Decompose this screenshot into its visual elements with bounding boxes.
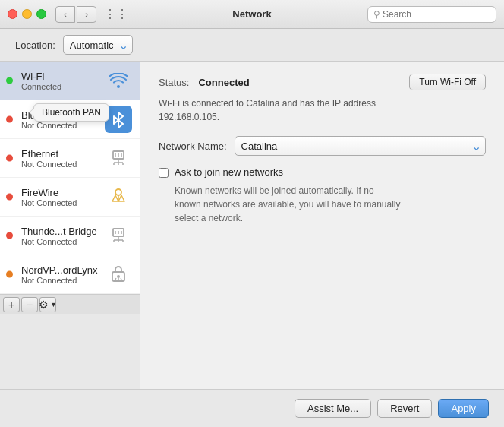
title-bar: ‹ › ⋮⋮ Network ⚲ — [0, 0, 504, 29]
network-name-label: Network Name: — [159, 141, 227, 152]
revert-button[interactable]: Revert — [377, 399, 432, 418]
sidebar-item-bluetooth[interactable]: Bluetooth PAN Not Connected Bluetooth PA… — [0, 100, 140, 139]
ethernet-icon — [105, 144, 132, 172]
search-box[interactable]: ⚲ — [367, 6, 496, 23]
bluetooth-tooltip: Bluetooth PAN — [33, 103, 109, 122]
sidebar-item-wifi-status: Connected — [21, 82, 99, 91]
sidebar-item-thunderbolt-name: Thunde...t Bridge — [21, 226, 99, 237]
location-select[interactable]: Automatic — [63, 35, 133, 55]
network-name-row: Network Name: Catalina ⌄ — [159, 136, 486, 156]
sidebar-item-wifi[interactable]: Wi-Fi Connected — [0, 62, 140, 100]
svg-point-9 — [115, 189, 121, 195]
sidebar-item-wifi-name: Wi-Fi — [21, 71, 99, 82]
network-name-select[interactable]: Catalina — [235, 136, 486, 156]
ask-to-join-label[interactable]: Ask to join new networks — [175, 166, 283, 178]
traffic-lights — [8, 9, 46, 19]
gear-chevron-icon: ▼ — [50, 301, 57, 308]
sidebar-item-nordvpn-status: Not Connected — [21, 276, 99, 285]
status-dot-thunderbolt — [6, 232, 13, 239]
status-description: Wi-Fi is connected to Catalina and has t… — [159, 96, 417, 124]
detail-panel: Status: Connected Turn Wi-Fi Off Wi-Fi i… — [140, 62, 504, 425]
sidebar-item-ethernet-name: Ethernet — [21, 148, 99, 160]
location-label: Location: — [15, 40, 55, 51]
window-title: Network — [232, 8, 271, 20]
status-value: Connected — [198, 77, 249, 88]
status-dot-firewire — [6, 194, 13, 201]
ask-to-join-description: Known networks will be joined automatica… — [175, 184, 402, 225]
sidebar-item-thunderbolt-status: Not Connected — [21, 237, 99, 246]
svg-point-21 — [117, 275, 120, 278]
vpn-icon — [105, 261, 132, 288]
network-select-wrapper: Catalina ⌄ — [235, 136, 486, 156]
maximize-button[interactable] — [36, 9, 46, 19]
minimize-button[interactable] — [22, 9, 32, 19]
firewire-icon — [105, 183, 132, 210]
sidebar-item-thunderbolt[interactable]: Thunde...t Bridge Not Connected — [0, 217, 140, 255]
sidebar-item-firewire[interactable]: FireWire Not Connected — [0, 178, 140, 217]
forward-button[interactable]: › — [77, 6, 96, 23]
search-icon: ⚲ — [373, 9, 380, 20]
status-dot-nordvpn — [6, 271, 13, 278]
back-button[interactable]: ‹ — [55, 6, 75, 23]
apply-button[interactable]: Apply — [438, 399, 489, 418]
assist-me-button[interactable]: Assist Me... — [295, 399, 371, 418]
turn-wifi-off-button[interactable]: Turn Wi-Fi Off — [409, 74, 486, 90]
status-dot-ethernet — [6, 155, 13, 162]
sidebar-item-firewire-status: Not Connected — [21, 198, 99, 207]
sidebar-toolbar: + − ⚙ ▼ — [0, 294, 140, 314]
sidebar-item-nordvpn[interactable]: NordVP...ordLynx Not Connected — [0, 255, 140, 294]
ask-to-join-checkbox[interactable] — [159, 168, 169, 178]
nav-arrows: ‹ › — [55, 6, 96, 23]
thunderbolt-icon — [105, 222, 132, 249]
wifi-icon — [105, 67, 132, 94]
footer: Assist Me... Revert Apply — [0, 389, 504, 427]
sidebar-item-bluetooth-status: Not Connected — [21, 121, 99, 130]
status-dot-wifi — [6, 77, 13, 84]
status-label: Status: — [159, 77, 189, 88]
close-button[interactable] — [8, 9, 17, 19]
add-network-button[interactable]: + — [3, 297, 20, 312]
sidebar-item-firewire-name: FireWire — [21, 187, 99, 198]
sidebar-item-ethernet[interactable]: Ethernet Not Connected — [0, 139, 140, 178]
gear-icon: ⚙ — [39, 299, 49, 311]
location-select-wrapper: Automatic ⌄ — [63, 35, 133, 55]
remove-network-button[interactable]: − — [21, 297, 38, 312]
search-input[interactable] — [383, 9, 490, 20]
settings-button[interactable]: ⚙ ▼ — [39, 297, 56, 312]
sidebar-item-ethernet-status: Not Connected — [21, 160, 99, 169]
sidebar: Wi-Fi Connected Bluetooth PAN — [0, 62, 140, 294]
status-row: Status: Connected Turn Wi-Fi Off — [159, 74, 486, 90]
location-bar: Location: Automatic ⌄ — [0, 29, 504, 62]
grid-icon[interactable]: ⋮⋮ — [104, 7, 128, 21]
status-dot-bluetooth — [6, 116, 13, 123]
sidebar-item-nordvpn-name: NordVP...ordLynx — [21, 264, 99, 276]
ask-to-join-row: Ask to join new networks — [159, 166, 486, 178]
